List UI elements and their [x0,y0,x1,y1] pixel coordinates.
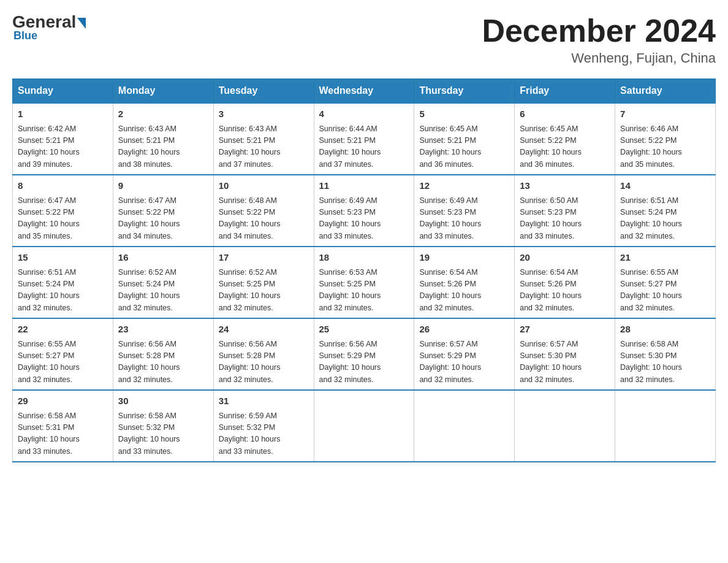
day-info: Sunrise: 6:43 AMSunset: 5:21 PMDaylight:… [118,123,208,171]
day-info: Sunrise: 6:58 AMSunset: 5:30 PMDaylight:… [620,339,710,386]
calendar-week-row: 22Sunrise: 6:55 AMSunset: 5:27 PMDayligh… [13,318,716,390]
day-number: 29 [18,394,108,408]
title-section: December 2024 Wenheng, Fujian, China [482,12,716,66]
calendar-cell: 17Sunrise: 6:52 AMSunset: 5:25 PMDayligh… [213,247,314,318]
day-info: Sunrise: 6:45 AMSunset: 5:21 PMDaylight:… [419,123,509,171]
calendar-week-row: 29Sunrise: 6:58 AMSunset: 5:31 PMDayligh… [13,390,716,462]
calendar-cell: 23Sunrise: 6:56 AMSunset: 5:28 PMDayligh… [113,318,213,390]
day-number: 4 [319,107,409,121]
day-number: 16 [118,251,208,265]
day-number: 24 [219,323,309,337]
logo-triangle-icon [77,18,86,29]
day-number: 28 [620,323,710,337]
day-info: Sunrise: 6:48 AMSunset: 5:22 PMDaylight:… [219,195,309,243]
day-info: Sunrise: 6:47 AMSunset: 5:22 PMDaylight:… [18,195,108,243]
day-number: 3 [219,107,309,121]
weekday-header-thursday: Thursday [414,79,515,104]
day-info: Sunrise: 6:49 AMSunset: 5:23 PMDaylight:… [419,195,509,243]
day-number: 12 [419,179,509,193]
day-number: 17 [219,251,309,265]
day-number: 1 [18,107,108,121]
day-number: 20 [520,251,610,265]
calendar-cell: 8Sunrise: 6:47 AMSunset: 5:22 PMDaylight… [13,175,113,247]
weekday-header-saturday: Saturday [615,79,716,104]
calendar-cell: 7Sunrise: 6:46 AMSunset: 5:22 PMDaylight… [615,103,716,175]
calendar-cell: 14Sunrise: 6:51 AMSunset: 5:24 PMDayligh… [615,175,716,247]
day-number: 2 [118,107,208,121]
calendar-week-row: 8Sunrise: 6:47 AMSunset: 5:22 PMDaylight… [13,175,716,247]
day-info: Sunrise: 6:43 AMSunset: 5:21 PMDaylight:… [219,123,309,171]
day-number: 19 [419,251,509,265]
day-number: 14 [620,179,710,193]
day-number: 22 [18,323,108,337]
calendar-cell: 29Sunrise: 6:58 AMSunset: 5:31 PMDayligh… [13,390,113,462]
day-info: Sunrise: 6:50 AMSunset: 5:23 PMDaylight:… [520,195,610,243]
day-number: 10 [219,179,309,193]
day-info: Sunrise: 6:45 AMSunset: 5:22 PMDaylight:… [520,123,610,171]
day-info: Sunrise: 6:54 AMSunset: 5:26 PMDaylight:… [520,267,610,315]
calendar-cell: 2Sunrise: 6:43 AMSunset: 5:21 PMDaylight… [113,103,213,175]
day-number: 25 [319,323,409,337]
logo-blue-text: Blue [13,29,86,42]
day-info: Sunrise: 6:54 AMSunset: 5:26 PMDaylight:… [419,267,509,315]
calendar-cell: 5Sunrise: 6:45 AMSunset: 5:21 PMDaylight… [414,103,515,175]
calendar-cell: 18Sunrise: 6:53 AMSunset: 5:25 PMDayligh… [314,247,414,318]
calendar-cell [515,390,615,462]
calendar-cell [615,390,716,462]
day-info: Sunrise: 6:55 AMSunset: 5:27 PMDaylight:… [620,267,710,315]
day-info: Sunrise: 6:52 AMSunset: 5:24 PMDaylight:… [118,267,208,315]
calendar-header-row: SundayMondayTuesdayWednesdayThursdayFrid… [13,79,716,104]
calendar-cell: 27Sunrise: 6:57 AMSunset: 5:30 PMDayligh… [515,318,615,390]
day-info: Sunrise: 6:46 AMSunset: 5:22 PMDaylight:… [620,123,710,171]
day-number: 26 [419,323,509,337]
day-info: Sunrise: 6:55 AMSunset: 5:27 PMDaylight:… [18,339,108,386]
calendar-cell: 9Sunrise: 6:47 AMSunset: 5:22 PMDaylight… [113,175,213,247]
calendar-week-row: 15Sunrise: 6:51 AMSunset: 5:24 PMDayligh… [13,247,716,318]
day-number: 21 [620,251,710,265]
day-number: 7 [620,107,710,121]
day-number: 27 [520,323,610,337]
calendar-cell: 19Sunrise: 6:54 AMSunset: 5:26 PMDayligh… [414,247,515,318]
weekday-header-tuesday: Tuesday [213,79,314,104]
calendar-cell [414,390,515,462]
day-number: 6 [520,107,610,121]
calendar-cell: 24Sunrise: 6:56 AMSunset: 5:28 PMDayligh… [213,318,314,390]
day-info: Sunrise: 6:56 AMSunset: 5:28 PMDaylight:… [118,339,208,386]
day-info: Sunrise: 6:57 AMSunset: 5:30 PMDaylight:… [520,339,610,386]
day-info: Sunrise: 6:51 AMSunset: 5:24 PMDaylight:… [620,195,710,243]
page-header: General Blue December 2024 Wenheng, Fuji… [12,12,716,66]
day-info: Sunrise: 6:57 AMSunset: 5:29 PMDaylight:… [419,339,509,386]
calendar-cell: 20Sunrise: 6:54 AMSunset: 5:26 PMDayligh… [515,247,615,318]
calendar-cell: 13Sunrise: 6:50 AMSunset: 5:23 PMDayligh… [515,175,615,247]
day-info: Sunrise: 6:51 AMSunset: 5:24 PMDaylight:… [18,267,108,315]
weekday-header-wednesday: Wednesday [314,79,414,104]
day-info: Sunrise: 6:42 AMSunset: 5:21 PMDaylight:… [18,123,108,171]
weekday-header-monday: Monday [113,79,213,104]
calendar-cell: 30Sunrise: 6:58 AMSunset: 5:32 PMDayligh… [113,390,213,462]
day-info: Sunrise: 6:47 AMSunset: 5:22 PMDaylight:… [118,195,208,243]
calendar-cell [314,390,414,462]
day-info: Sunrise: 6:56 AMSunset: 5:28 PMDaylight:… [219,339,309,386]
calendar-cell: 3Sunrise: 6:43 AMSunset: 5:21 PMDaylight… [213,103,314,175]
calendar-cell: 16Sunrise: 6:52 AMSunset: 5:24 PMDayligh… [113,247,213,318]
day-number: 31 [219,394,309,408]
day-info: Sunrise: 6:58 AMSunset: 5:32 PMDaylight:… [118,410,208,458]
logo: General Blue [12,12,86,42]
weekday-header-sunday: Sunday [13,79,113,104]
calendar-cell: 15Sunrise: 6:51 AMSunset: 5:24 PMDayligh… [13,247,113,318]
calendar-week-row: 1Sunrise: 6:42 AMSunset: 5:21 PMDaylight… [13,103,716,175]
day-number: 9 [118,179,208,193]
calendar-table: SundayMondayTuesdayWednesdayThursdayFrid… [12,79,716,462]
location-text: Wenheng, Fujian, China [482,50,716,66]
calendar-cell: 26Sunrise: 6:57 AMSunset: 5:29 PMDayligh… [414,318,515,390]
day-number: 13 [520,179,610,193]
day-info: Sunrise: 6:44 AMSunset: 5:21 PMDaylight:… [319,123,409,171]
calendar-cell: 31Sunrise: 6:59 AMSunset: 5:32 PMDayligh… [213,390,314,462]
day-info: Sunrise: 6:58 AMSunset: 5:31 PMDaylight:… [18,410,108,458]
day-number: 5 [419,107,509,121]
day-info: Sunrise: 6:49 AMSunset: 5:23 PMDaylight:… [319,195,409,243]
day-number: 23 [118,323,208,337]
calendar-cell: 21Sunrise: 6:55 AMSunset: 5:27 PMDayligh… [615,247,716,318]
day-number: 18 [319,251,409,265]
calendar-cell: 10Sunrise: 6:48 AMSunset: 5:22 PMDayligh… [213,175,314,247]
